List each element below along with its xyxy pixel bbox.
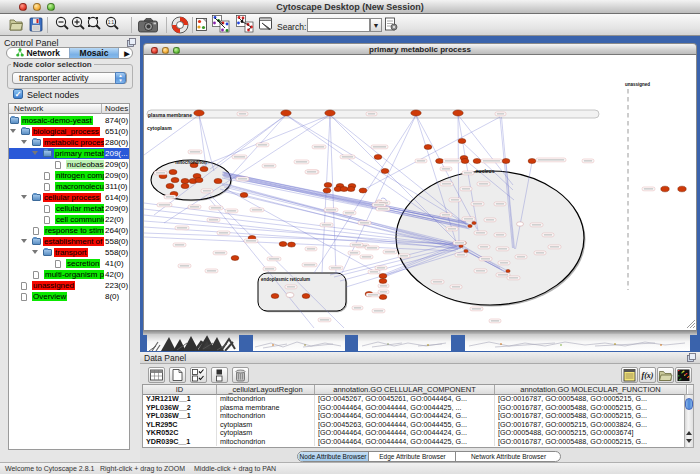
svg-text:mitochondrion: mitochondrion [175, 160, 207, 165]
svg-text:unassigned: unassigned [625, 82, 650, 87]
svg-text:nucleus: nucleus [476, 168, 495, 174]
svg-text:plasma membrane: plasma membrane [148, 112, 192, 118]
svg-text:cytoplasm: cytoplasm [147, 125, 172, 131]
svg-text:1:1: 1:1 [108, 20, 115, 25]
svg-text:endoplasmic reticulum: endoplasmic reticulum [261, 277, 310, 282]
svg-text:f(x): f(x) [642, 371, 654, 380]
